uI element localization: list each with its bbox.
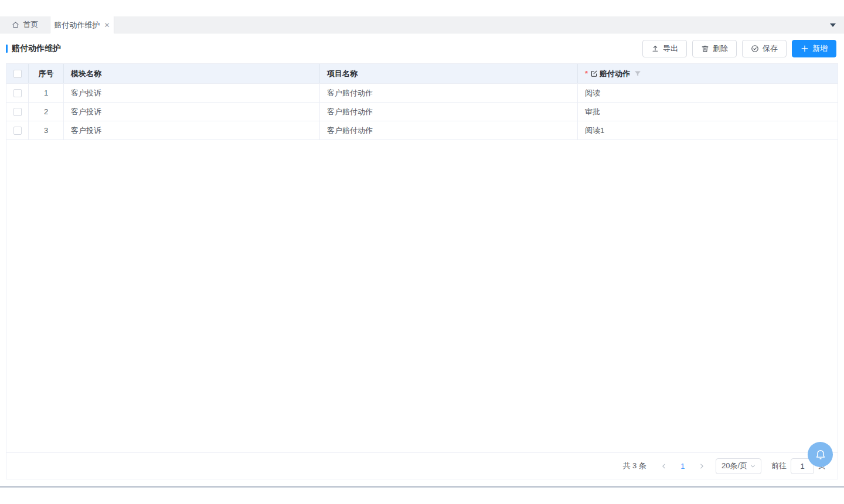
row-checkbox-cell [6, 121, 29, 139]
page-number-1[interactable]: 1 [674, 462, 692, 471]
table-row[interactable]: 1 客户投诉 客户赔付动作 阅读 [6, 84, 838, 103]
cell-action[interactable]: 阅读 [578, 84, 838, 102]
tab-active-label: 赔付动作维护 [54, 20, 100, 30]
home-icon [12, 21, 19, 29]
bottom-divider [0, 486, 844, 488]
chevron-down-icon [750, 464, 755, 469]
next-page-button[interactable] [695, 463, 709, 469]
bell-icon [814, 448, 827, 461]
header-checkbox-cell [6, 64, 29, 83]
cell-index: 2 [29, 103, 64, 121]
delete-button-label: 删除 [713, 43, 728, 54]
tab-home[interactable]: 首页 [0, 16, 50, 33]
row-checkbox[interactable] [13, 127, 22, 135]
required-mark: * [585, 69, 588, 78]
table-header-row: 序号 模块名称 项目名称 * 赔付动作 [6, 64, 838, 84]
save-button-label: 保存 [763, 43, 778, 54]
page-title: 赔付动作维护 [6, 43, 61, 54]
jump-prefix-label: 前往 [771, 461, 787, 471]
row-checkbox[interactable] [13, 89, 22, 97]
cell-project: 客户赔付动作 [320, 121, 578, 139]
cell-module: 客户投诉 [64, 84, 320, 102]
tab-active[interactable]: 赔付动作维护 ✕ [50, 16, 114, 33]
header-action-label: 赔付动作 [600, 69, 630, 79]
check-circle-icon [751, 45, 759, 53]
cell-action[interactable]: 审批 [578, 103, 838, 121]
pagination-bar: 共 3 条 1 20条/页 前往 页 [6, 452, 838, 479]
cell-index: 3 [29, 121, 64, 139]
header-action: * 赔付动作 [578, 64, 838, 83]
page-title-text: 赔付动作维护 [12, 43, 61, 54]
table-empty-space [6, 140, 838, 452]
edit-icon [590, 70, 598, 77]
cell-module: 客户投诉 [64, 121, 320, 139]
filter-icon[interactable] [634, 70, 641, 77]
delete-button[interactable]: 删除 [692, 40, 737, 57]
plus-icon [801, 45, 809, 53]
header-module: 模块名称 [64, 64, 320, 83]
cell-project: 客户赔付动作 [320, 103, 578, 121]
toolbar-buttons: 导出 删除 保存 新增 [642, 40, 836, 57]
pagination-total: 共 3 条 [622, 461, 646, 471]
cell-action[interactable]: 阅读1 [578, 121, 838, 139]
table-row[interactable]: 2 客户投诉 客户赔付动作 审批 [6, 103, 838, 121]
cell-project: 客户赔付动作 [320, 84, 578, 102]
tab-bar: 首页 赔付动作维护 ✕ [0, 16, 844, 33]
toolbar: 赔付动作维护 导出 删除 保存 新增 [0, 33, 844, 63]
close-icon[interactable]: ✕ [104, 22, 110, 29]
export-button[interactable]: 导出 [642, 40, 687, 57]
export-button-label: 导出 [663, 43, 678, 54]
row-checkbox-cell [6, 103, 29, 121]
table-row[interactable]: 3 客户投诉 客户赔付动作 阅读1 [6, 121, 838, 140]
save-button[interactable]: 保存 [742, 40, 787, 57]
header-index: 序号 [29, 64, 64, 83]
title-accent-bar [6, 45, 8, 53]
page-size-select[interactable]: 20条/页 [716, 458, 761, 474]
add-button-label: 新增 [812, 43, 828, 54]
tab-list-dropdown-caret-icon[interactable] [830, 23, 836, 27]
cell-index: 1 [29, 84, 64, 102]
add-button[interactable]: 新增 [792, 40, 836, 57]
page-size-value: 20条/页 [722, 461, 747, 471]
notification-bell-button[interactable] [808, 442, 833, 467]
cell-module: 客户投诉 [64, 103, 320, 121]
header-project: 项目名称 [320, 64, 578, 83]
row-checkbox[interactable] [13, 108, 22, 116]
row-checkbox-cell [6, 84, 29, 102]
data-table: 序号 模块名称 项目名称 * 赔付动作 1 客户投诉 客户赔付动作 阅读 2 客… [6, 63, 838, 479]
prev-page-button[interactable] [657, 463, 671, 469]
trash-icon [701, 45, 709, 53]
export-icon [651, 45, 659, 53]
select-all-checkbox[interactable] [13, 70, 22, 78]
tab-home-label: 首页 [23, 19, 39, 30]
